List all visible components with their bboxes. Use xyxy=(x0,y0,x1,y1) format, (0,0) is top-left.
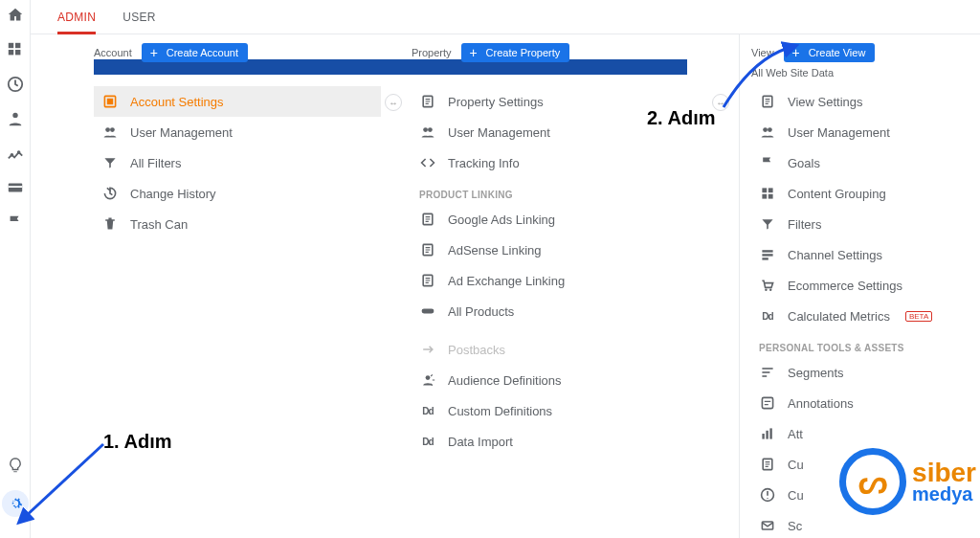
item-label: Segments xyxy=(788,366,844,380)
list-item[interactable]: All Products xyxy=(412,296,699,326)
create-property-button[interactable]: +Create Property xyxy=(461,43,570,62)
tab-user[interactable]: USER xyxy=(122,0,156,34)
linking-list: Google Ads LinkingAdSense LinkingAd Exch… xyxy=(412,204,699,326)
side-nav xyxy=(0,0,31,538)
item-label: All Filters xyxy=(130,156,181,170)
item-label: Property Settings xyxy=(448,95,544,109)
page-icon xyxy=(419,273,436,288)
cart-icon xyxy=(759,278,776,293)
list-item[interactable]: Property Settings xyxy=(412,86,699,117)
plus-icon: + xyxy=(467,46,480,59)
history-icon xyxy=(101,186,119,201)
list-item[interactable]: Goals xyxy=(751,147,980,178)
list-item[interactable]: DdCalculated MetricsBETA xyxy=(751,301,980,331)
list-item[interactable]: Trash Can xyxy=(94,209,381,239)
account-column: Account +Create Account Account Settings… xyxy=(94,34,381,538)
list-item[interactable]: Annotations xyxy=(751,388,980,418)
item-label: Att xyxy=(788,427,803,441)
property-more-list: PostbacksAudience DefinitionsDdCustom De… xyxy=(412,334,699,457)
list-item[interactable]: Att xyxy=(751,418,980,449)
page-icon xyxy=(759,94,776,109)
list-item[interactable]: Postbacks xyxy=(412,334,699,365)
list-item[interactable]: Change History xyxy=(94,178,381,209)
tab-admin[interactable]: ADMIN xyxy=(57,0,96,34)
beta-badge: BETA xyxy=(905,311,932,322)
move-view-button[interactable]: ↔ xyxy=(712,94,729,111)
page-icon xyxy=(759,457,776,472)
item-label: All Products xyxy=(448,304,514,319)
view-label: View xyxy=(751,47,774,58)
item-label: Ecommerce Settings xyxy=(788,279,902,293)
move-property-button[interactable]: ↔ xyxy=(385,94,402,111)
item-label: Trash Can xyxy=(130,217,188,232)
discover-icon[interactable] xyxy=(6,456,25,475)
people-icon xyxy=(101,124,119,140)
channel-icon xyxy=(759,247,776,262)
people-icon xyxy=(759,124,776,140)
page-icon xyxy=(419,242,436,258)
item-label: Postbacks xyxy=(448,343,505,357)
list-item[interactable]: Account Settings xyxy=(94,86,381,117)
admin-gear-icon[interactable] xyxy=(2,490,29,517)
list-item[interactable]: View Settings xyxy=(751,86,980,117)
item-label: Content Grouping xyxy=(788,187,886,201)
list-item[interactable]: Ad Exchange Linking xyxy=(412,265,699,296)
list-item[interactable]: Channel Settings xyxy=(751,239,980,270)
audience-icon xyxy=(419,372,436,388)
list-item[interactable]: Google Ads Linking xyxy=(412,204,699,235)
mail-icon xyxy=(759,518,776,533)
dd-icon: Dd xyxy=(419,437,436,447)
settings-icon xyxy=(101,94,119,109)
list-item[interactable]: Audience Definitions xyxy=(412,365,699,395)
item-label: User Management xyxy=(130,125,233,140)
item-label: Goals xyxy=(788,156,820,170)
code-icon xyxy=(419,155,436,170)
create-account-button[interactable]: +Create Account xyxy=(142,43,248,62)
list-item[interactable]: Tracking Info xyxy=(412,147,699,178)
filter-icon xyxy=(759,216,776,232)
trash-icon xyxy=(101,216,119,232)
item-label: Ad Exchange Linking xyxy=(448,274,565,288)
logo-text-2: medya xyxy=(912,485,976,503)
realtime-icon[interactable] xyxy=(6,75,25,94)
item-label: View Settings xyxy=(788,95,863,109)
flag-icon xyxy=(759,155,776,170)
item-label: Data Import xyxy=(448,435,513,449)
list-item[interactable]: User Management xyxy=(94,117,381,147)
list-item[interactable]: User Management xyxy=(751,117,980,147)
list-item[interactable]: Filters xyxy=(751,209,980,239)
item-label: Filters xyxy=(788,217,821,232)
list-item[interactable]: DdData Import xyxy=(412,426,699,457)
list-item[interactable]: All Filters xyxy=(94,147,381,178)
item-label: Annotations xyxy=(788,396,854,411)
home-icon[interactable] xyxy=(6,6,25,25)
product-linking-header: PRODUCT LINKING xyxy=(419,190,699,200)
alert-icon xyxy=(759,487,776,503)
item-label: Calculated Metrics xyxy=(788,309,890,324)
property-column: Property +Create Property Property Setti… xyxy=(412,34,699,538)
list-item[interactable]: User Management xyxy=(412,117,699,147)
conversions-icon[interactable] xyxy=(6,144,25,163)
audience-icon[interactable] xyxy=(6,109,25,128)
create-view-button[interactable]: +Create View xyxy=(784,43,876,62)
top-tabs: ADMIN USER xyxy=(31,0,980,34)
list-item[interactable]: Segments xyxy=(751,357,980,388)
list-item[interactable]: DdCustom Definitions xyxy=(412,395,699,426)
list-item[interactable]: AdSense Linking xyxy=(412,235,699,265)
logo-mark-icon: ᔕ xyxy=(839,448,906,515)
flag-icon[interactable] xyxy=(6,213,25,232)
property-list: Property SettingsUser ManagementTracking… xyxy=(412,86,699,178)
bars-icon xyxy=(759,426,776,441)
dashboard-icon[interactable] xyxy=(6,40,25,59)
account-label: Account xyxy=(94,47,132,58)
list-item[interactable]: Ecommerce Settings xyxy=(751,270,980,301)
list-item[interactable]: Content Grouping xyxy=(751,178,980,209)
watermark-logo: ᔕ siber medya xyxy=(839,448,976,515)
property-label: Property xyxy=(412,47,452,58)
personal-tools-header: PERSONAL TOOLS & ASSETS xyxy=(759,343,980,353)
item-label: Channel Settings xyxy=(788,248,882,262)
behavior-icon[interactable] xyxy=(6,178,25,197)
plus-icon: + xyxy=(147,46,161,59)
item-label: Tracking Info xyxy=(448,156,520,170)
grid-icon xyxy=(759,186,776,201)
